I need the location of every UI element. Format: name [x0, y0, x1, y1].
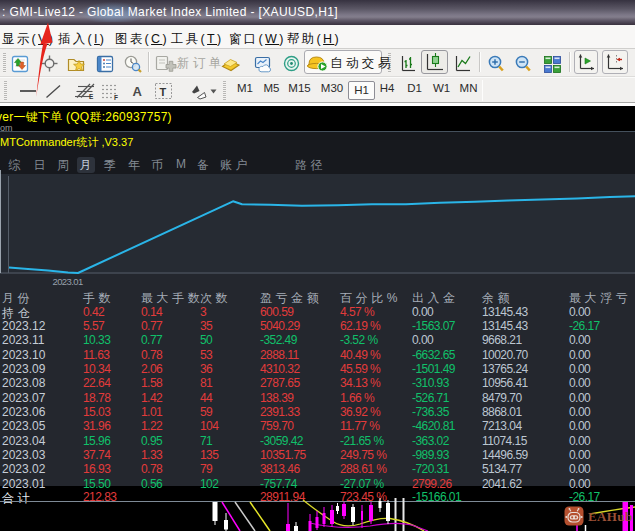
svg-text:T: T — [160, 86, 167, 98]
svg-text:自动交易: 自动交易 — [330, 56, 394, 70]
svg-text:E: E — [89, 93, 94, 100]
svg-text:A: A — [133, 84, 143, 99]
svg-text:F: F — [114, 94, 118, 101]
svg-text:新订单: 新订单 — [177, 56, 225, 70]
